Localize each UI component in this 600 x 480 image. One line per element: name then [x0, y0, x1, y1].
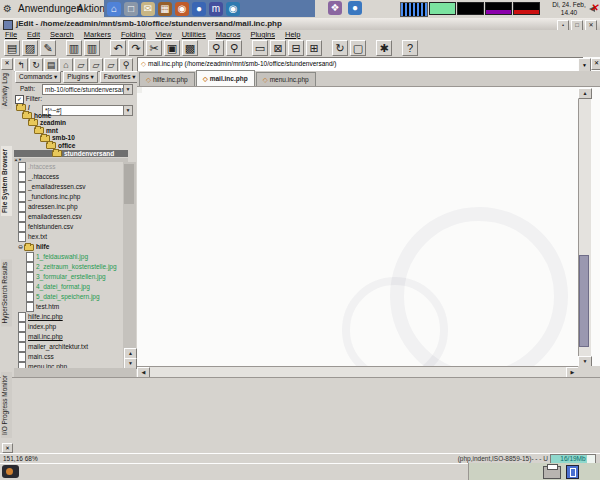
- file-item[interactable]: .htaccess: [14, 162, 122, 172]
- file-item[interactable]: 3_formular_erstellen.jpg: [14, 272, 122, 282]
- menu-plugins[interactable]: Plugins: [250, 30, 275, 39]
- menu-help[interactable]: Help: [285, 30, 300, 39]
- file-item[interactable]: _functions.inc.php: [14, 192, 122, 202]
- file-item[interactable]: main.css: [14, 352, 122, 362]
- klipper-tray-icon[interactable]: [566, 465, 579, 479]
- buffer-tab-mail-inc-php[interactable]: ◇mail.inc.php: [196, 70, 255, 86]
- file-item[interactable]: mailer_architektur.txt: [14, 342, 122, 352]
- fsb-horizontal-scrollbar[interactable]: [14, 368, 136, 377]
- bottom-dock-close-icon[interactable]: ✕: [2, 443, 13, 453]
- file-item[interactable]: fehlstunden.csv: [14, 222, 122, 232]
- file-item[interactable]: 4_datei_format.jpg: [14, 282, 122, 292]
- find-next-icon[interactable]: ⚲: [226, 40, 242, 56]
- file-item[interactable]: _emailadressen.csv: [14, 182, 122, 192]
- print-icon[interactable]: ▥: [66, 40, 82, 56]
- dock-close-icon[interactable]: ✕: [1, 58, 13, 70]
- editor-scroll-up-icon[interactable]: ▲: [578, 88, 592, 99]
- home-folder-icon[interactable]: ⌂: [107, 2, 121, 16]
- fsb-button-commands[interactable]: Commands ▾: [15, 71, 61, 83]
- reload-icon[interactable]: ↻: [332, 40, 348, 56]
- fsb-path-combo[interactable]: mb-10/office/stundenversand ▼: [42, 84, 133, 95]
- home-icon[interactable]: ⌂: [59, 58, 73, 72]
- pager-desktop-4[interactable]: [513, 2, 540, 15]
- globe-icon[interactable]: ●: [192, 2, 206, 16]
- menu-edit[interactable]: Edit: [27, 30, 40, 39]
- tree-node-[interactable]: /: [14, 104, 128, 112]
- file-item[interactable]: index.php: [14, 322, 122, 332]
- menu-folding[interactable]: Folding: [121, 30, 146, 39]
- file-item[interactable]: hilfe.inc.php: [14, 312, 122, 322]
- file-item[interactable]: ⊖hilfe: [14, 242, 122, 252]
- pager-desktop-3[interactable]: [485, 2, 512, 15]
- new-folder-icon[interactable]: ▱: [89, 58, 103, 72]
- tree-node-mnt[interactable]: mnt: [14, 127, 128, 135]
- file-item[interactable]: test.htm: [14, 302, 122, 312]
- parent-folder-icon[interactable]: ▱: [74, 58, 88, 72]
- dock-tab-activity-log[interactable]: Activity Log: [1, 70, 12, 109]
- file-item[interactable]: 5_datei_speichern.jpg: [14, 292, 122, 302]
- app-m-icon[interactable]: m: [209, 2, 223, 16]
- chevron-down-icon[interactable]: ▼: [123, 85, 132, 94]
- undo-icon[interactable]: ↶: [110, 40, 126, 56]
- prev-buffer-icon[interactable]: ⊟: [288, 40, 304, 56]
- code-text-area[interactable]: [137, 87, 578, 366]
- select-block-icon[interactable]: ▭: [252, 40, 268, 56]
- file-item[interactable]: 1_feldauswahl.jpg: [14, 252, 122, 262]
- fsb-filter-checkbox[interactable]: ✓: [15, 95, 24, 104]
- paste-icon[interactable]: ▩: [182, 40, 198, 56]
- fsb-button-favorites[interactable]: Favorites ▾: [100, 71, 140, 83]
- package-icon[interactable]: ▦: [158, 2, 172, 16]
- graphics-app-icon[interactable]: ❖: [328, 1, 342, 15]
- local-drive-icon[interactable]: ▤: [44, 58, 58, 72]
- redo-icon[interactable]: ↷: [128, 40, 144, 56]
- pager-desktop-2[interactable]: [457, 2, 484, 15]
- fsb-scrollbar-thumb[interactable]: [124, 164, 134, 204]
- file-item[interactable]: emailadressen.csv: [14, 212, 122, 222]
- file-item[interactable]: hex.txt: [14, 232, 122, 242]
- panel-clock[interactable]: Di, 24. Feb, 14.40: [547, 0, 591, 18]
- file-item[interactable]: adressen.inc.php: [14, 202, 122, 212]
- copy-icon[interactable]: ▣: [164, 40, 180, 56]
- new-file-icon[interactable]: ▤: [4, 40, 20, 56]
- tree-node-stundenversand[interactable]: stundenversand: [14, 150, 128, 158]
- network-globe-icon[interactable]: ●: [348, 1, 362, 15]
- tree-expander-icon[interactable]: ⊖: [18, 242, 23, 252]
- tree-node-office[interactable]: office: [14, 142, 128, 150]
- fsb-button-plugins[interactable]: Plugins ▾: [63, 71, 97, 83]
- menu-markers[interactable]: Markers: [84, 30, 111, 39]
- printer-tray-icon[interactable]: [543, 466, 561, 479]
- up-directory-icon[interactable]: ↰: [14, 58, 28, 72]
- display-icon[interactable]: □: [124, 2, 138, 16]
- menu-view[interactable]: View: [156, 30, 172, 39]
- menu-file[interactable]: File: [5, 30, 17, 39]
- buffer-tab-menu-inc-php[interactable]: ◇menu.inc.php: [256, 72, 316, 86]
- buffer-switcher-dropdown-icon[interactable]: ▼: [578, 58, 591, 72]
- edit-pencil-icon[interactable]: ✎: [40, 40, 56, 56]
- world-icon[interactable]: ◉: [226, 2, 240, 16]
- tree-node-zeadmin[interactable]: zeadmin: [14, 119, 128, 127]
- dock-tab-hypersearch-results[interactable]: HyperSearch Results: [1, 259, 12, 326]
- volume-muted-icon[interactable]: ✕: [588, 2, 599, 15]
- page-setup-icon[interactable]: ▥: [84, 40, 100, 56]
- open-folder-icon[interactable]: ▱: [104, 58, 118, 72]
- file-item[interactable]: 2_zeitraum_kostenstelle.jpg: [14, 262, 122, 272]
- top-dock-close-icon[interactable]: ✕: [591, 58, 600, 70]
- new-view-icon[interactable]: ▢: [350, 40, 366, 56]
- tree-node-smb10[interactable]: smb-10: [14, 134, 128, 142]
- menu-search[interactable]: Search: [50, 30, 74, 39]
- help-icon[interactable]: ?: [402, 40, 418, 56]
- find-icon[interactable]: ⚲: [208, 40, 224, 56]
- menu-utilities[interactable]: Utilities: [182, 30, 206, 39]
- dock-tab-i-o-progress-monitor[interactable]: I/O Progress Monitor: [1, 372, 12, 438]
- editor-scrollbar-thumb[interactable]: [579, 255, 589, 347]
- plugin-manager-icon[interactable]: ✱: [376, 40, 392, 56]
- next-buffer-icon[interactable]: ⊞: [306, 40, 322, 56]
- mail-icon[interactable]: ✉: [141, 2, 155, 16]
- close-buffer-icon[interactable]: ⊠: [270, 40, 286, 56]
- pager-desktop-1[interactable]: [429, 2, 456, 15]
- globe-pair-icon[interactable]: ◉: [175, 2, 189, 16]
- search-directory-icon[interactable]: ⚲: [119, 58, 133, 72]
- file-item[interactable]: mail.inc.php: [14, 332, 122, 342]
- dock-tab-file-system-browser[interactable]: File System Browser: [1, 146, 12, 216]
- buffer-tab-hilfe-inc-php[interactable]: ◇hilfe.inc.php: [139, 72, 195, 86]
